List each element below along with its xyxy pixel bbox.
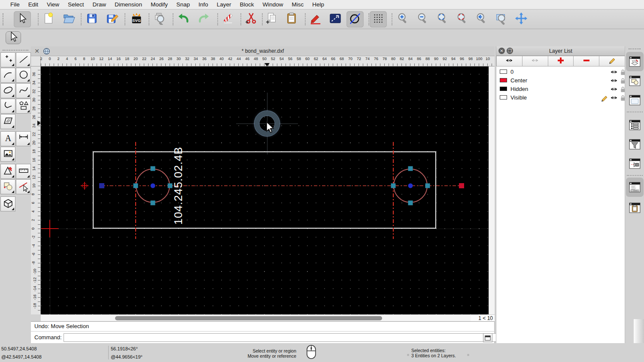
palette-drag-handle[interactable] bbox=[3, 50, 28, 51]
menu-edit[interactable]: Edit bbox=[24, 0, 43, 9]
selection-handle[interactable] bbox=[408, 201, 413, 205]
selection-handle[interactable] bbox=[151, 201, 155, 205]
draw-polyline-tool[interactable] bbox=[0, 99, 15, 114]
selection-handle[interactable] bbox=[408, 166, 413, 171]
menu-layer[interactable]: Layer bbox=[213, 0, 236, 9]
draw-dimension-tool[interactable] bbox=[16, 131, 31, 146]
draw-points-tool[interactable] bbox=[0, 52, 15, 67]
horizontal-scrollbar-thumb[interactable] bbox=[115, 316, 382, 320]
new-file-button[interactable] bbox=[40, 11, 57, 27]
zoom-redraw-button[interactable] bbox=[473, 11, 490, 27]
camera-view-dock-button[interactable] bbox=[628, 157, 642, 171]
part-number-label[interactable]: 104.245.02.4B bbox=[172, 147, 185, 225]
command-input[interactable] bbox=[64, 333, 513, 342]
draw-select-modify-tool[interactable] bbox=[16, 179, 31, 194]
layer-row[interactable]: Visible bbox=[496, 93, 625, 102]
endpoint-handle[interactable] bbox=[99, 183, 104, 188]
open-file-button[interactable] bbox=[60, 11, 77, 27]
layer-row[interactable]: Hidden bbox=[496, 84, 625, 93]
remove-layer-button[interactable] bbox=[574, 56, 599, 66]
circle-center-point[interactable] bbox=[408, 184, 413, 188]
menu-file[interactable]: File bbox=[6, 0, 24, 9]
hruler-label: 76 bbox=[374, 57, 378, 61]
vruler-label: 22 bbox=[32, 132, 36, 136]
line-attributes-button[interactable] bbox=[327, 11, 344, 27]
save-button[interactable] bbox=[83, 11, 100, 27]
redo-button[interactable] bbox=[195, 11, 212, 27]
layer-row[interactable]: 0 bbox=[496, 67, 625, 76]
menu-view[interactable]: View bbox=[43, 0, 64, 9]
selection-handle[interactable] bbox=[134, 184, 138, 188]
paste-button[interactable] bbox=[283, 11, 300, 27]
grid-toggle-button[interactable] bbox=[370, 11, 387, 27]
clipboard-dock-button[interactable] bbox=[628, 201, 642, 215]
draw-text-tool[interactable]: A bbox=[0, 131, 15, 146]
layer-visibility-icon[interactable] bbox=[610, 94, 618, 103]
draw-circle-tool[interactable] bbox=[16, 68, 31, 83]
zoom-pan-button[interactable] bbox=[513, 11, 530, 27]
menu-draw[interactable]: Draw bbox=[88, 0, 111, 9]
zoom-previous-button[interactable] bbox=[454, 11, 471, 27]
circle-center-point[interactable] bbox=[151, 184, 155, 188]
selection-pointer-button[interactable] bbox=[14, 11, 31, 27]
export-svg-button[interactable]: SVG bbox=[128, 11, 145, 27]
selection-handle[interactable] bbox=[391, 184, 396, 188]
command-detach-button[interactable] bbox=[483, 333, 492, 342]
endpoint-handle[interactable] bbox=[459, 183, 464, 188]
undo-button[interactable] bbox=[175, 11, 192, 27]
block-list-dock-button[interactable] bbox=[628, 74, 642, 88]
selection-filter-dock-button[interactable] bbox=[628, 137, 642, 151]
save-as-button[interactable] bbox=[103, 11, 121, 27]
circle-slash-button[interactable] bbox=[346, 11, 364, 27]
draw-polygon-tool[interactable] bbox=[16, 99, 31, 114]
menu-snap[interactable]: Snap bbox=[172, 0, 194, 9]
draw-measure-tool[interactable] bbox=[16, 164, 31, 179]
zoom-in-button[interactable] bbox=[395, 11, 412, 27]
menu-info[interactable]: Info bbox=[194, 0, 213, 9]
selection-handle[interactable] bbox=[168, 184, 173, 188]
entity-list-dock-button[interactable] bbox=[628, 118, 642, 132]
pen-edit-button[interactable] bbox=[307, 11, 324, 27]
toolbar-drag-handle[interactable] bbox=[3, 13, 4, 25]
draw-modify-tool[interactable] bbox=[0, 164, 15, 179]
menu-help[interactable]: Help bbox=[308, 0, 328, 9]
drawing-canvas[interactable]: 104.245.02.4B bbox=[41, 66, 489, 314]
draw-solid-tool[interactable] bbox=[0, 196, 15, 211]
pointer-tool-button[interactable] bbox=[6, 31, 21, 44]
dock-drag-handle[interactable] bbox=[629, 48, 641, 50]
hide-all-layers-button[interactable] bbox=[522, 56, 548, 66]
zoom-window-button[interactable] bbox=[493, 11, 510, 27]
layer-list-dock-button[interactable] bbox=[628, 54, 642, 69]
menu-select[interactable]: Select bbox=[64, 0, 88, 9]
menu-misc[interactable]: Misc bbox=[288, 0, 308, 9]
selection-handle[interactable] bbox=[151, 166, 155, 171]
selection-handle[interactable] bbox=[425, 184, 430, 188]
show-all-layers-button[interactable] bbox=[496, 56, 522, 66]
cut-button[interactable] bbox=[243, 11, 260, 27]
vertical-scrollbar[interactable] bbox=[489, 66, 495, 314]
copy-button[interactable] bbox=[263, 11, 280, 27]
zoom-auto-button[interactable] bbox=[434, 11, 451, 27]
draw-block-tool[interactable] bbox=[0, 179, 15, 194]
menu-dimension[interactable]: Dimension bbox=[110, 0, 146, 9]
command-line-dock-button[interactable] bbox=[628, 180, 642, 194]
add-layer-button[interactable] bbox=[548, 56, 574, 66]
menu-window[interactable]: Window bbox=[258, 0, 288, 9]
draw-ellipse-tool[interactable] bbox=[0, 83, 15, 98]
horizontal-scrollbar[interactable] bbox=[41, 314, 471, 321]
draw-spline-tool[interactable] bbox=[16, 83, 31, 98]
zoom-out-button[interactable] bbox=[414, 11, 431, 27]
draw-hatch-tool[interactable] bbox=[0, 114, 15, 129]
layer-row[interactable]: Center bbox=[496, 76, 625, 84]
draw-line-tool[interactable] bbox=[16, 52, 31, 67]
menu-modify[interactable]: Modify bbox=[146, 0, 172, 9]
draw-image-tool[interactable] bbox=[0, 147, 15, 162]
print-preview-button[interactable] bbox=[151, 11, 168, 27]
hruler-label: 14 bbox=[108, 57, 112, 61]
vruler-label: -8 bbox=[31, 261, 36, 265]
library-browser-dock-button[interactable] bbox=[628, 93, 642, 107]
modify-layer-button[interactable] bbox=[599, 56, 625, 66]
menu-block[interactable]: Block bbox=[236, 0, 258, 9]
draw-arc-tool[interactable] bbox=[0, 68, 15, 83]
delete-selected-button[interactable] bbox=[219, 11, 237, 27]
